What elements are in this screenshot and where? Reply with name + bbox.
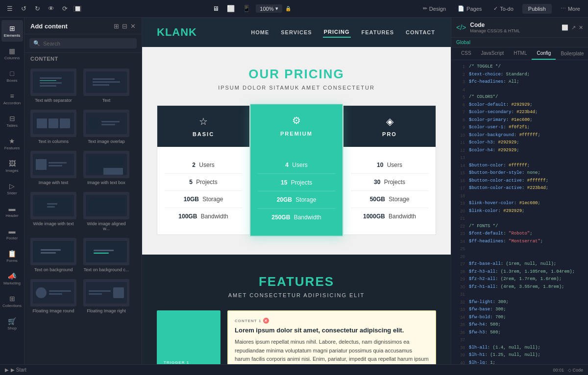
preview-icon[interactable]: 👁 [46, 4, 56, 14]
code-line: 2$text-choice: Standard; [451, 71, 588, 79]
list-item[interactable]: Text image overlap [81, 108, 131, 146]
pricing-card-premium[interactable]: ⚙ PREMIUM 4 Users 15 Projects 20GB Stora… [250, 104, 343, 236]
canvas-area[interactable]: KLANK HOME SERVICES PRICING FEATURES CON… [142, 18, 451, 364]
mobile-view-button[interactable]: 📱 [240, 3, 253, 14]
todo-button[interactable]: ✓ To-do [490, 4, 516, 13]
trigger-btn-benefits[interactable]: Trigger 1 BENEFITS ✕ [157, 310, 220, 364]
search-input-wrap: 🔍 [29, 38, 137, 48]
pro-plan-icon: ◈ [353, 116, 426, 127]
tab-css[interactable]: CSS [456, 47, 476, 60]
undo-button[interactable]: ↺ [19, 4, 28, 14]
lock-icon[interactable]: 🔒 [285, 6, 291, 11]
code-line: 27$fz-base-all: (1rem, null, null); [451, 260, 588, 268]
bottom-bar-right: 00:01 ◇ Code [553, 368, 583, 373]
list-item[interactable]: Floating Image round [28, 277, 78, 315]
sidebar-item-elements[interactable]: ⊞ Elements [1, 20, 23, 42]
sidebar-item-collections[interactable]: ⊞ Collections [1, 290, 23, 312]
publish-button[interactable]: Publish [522, 4, 552, 14]
tab-boilerplate[interactable]: Boilerplate [556, 49, 588, 58]
chevron-icon: ▾ [275, 5, 278, 12]
zoom-value: 100% [260, 6, 273, 12]
sidebar-item-shop[interactable]: 🛒 Shop [1, 313, 23, 334]
design-button[interactable]: ✏ Design [420, 4, 449, 13]
code-line: 22/* FONTS */ [451, 223, 588, 231]
list-item[interactable]: Image with text [28, 149, 78, 187]
sidebar-item-boxes[interactable]: □ Boxes [1, 65, 23, 87]
tab-html[interactable]: HTML [509, 47, 532, 60]
nav-link-home[interactable]: HOME [250, 27, 270, 37]
sidebar-item-columns[interactable]: ▦ Columns [1, 43, 23, 64]
list-item[interactable]: Text with separator [28, 67, 78, 105]
list-item[interactable]: Wide image with text [28, 190, 78, 233]
feature-row: 30 Projects [351, 174, 428, 191]
list-item[interactable]: Text [81, 67, 131, 105]
list-item[interactable]: Text on background [28, 236, 78, 274]
time-display: 00:01 [553, 368, 564, 373]
grid-view-icon[interactable]: ⊞ [114, 23, 119, 30]
play-icon: ▶ [5, 367, 9, 373]
forms-icon: 📋 [8, 250, 16, 258]
sidebar-item-footer[interactable]: ▬ Footer [1, 223, 23, 244]
list-item[interactable]: Text in columns [28, 108, 78, 146]
close-panel-icon[interactable]: ✕ [130, 23, 136, 30]
zoom-selector[interactable]: 100% ▾ [256, 4, 282, 13]
tablet-view-button[interactable]: ⬜ [224, 3, 237, 14]
features-subtitle: AMET CONSECTETUR ADIPISICING ELIT [157, 292, 436, 298]
list-item[interactable]: Image with text box [81, 149, 131, 187]
code-panel-header: </> Code Manage CSS/JS & HTML ⬜ ↗ ✕ [451, 18, 588, 38]
expand-icon[interactable]: ⬜ [562, 24, 568, 31]
list-item[interactable]: Text on background c... [81, 236, 131, 274]
nav-link-pricing[interactable]: PRICING [323, 27, 351, 38]
close-code-panel-icon[interactable]: ✕ [579, 24, 583, 31]
hamburger-icon[interactable]: ☰ [5, 4, 15, 14]
nav-link-features[interactable]: FEATURES [361, 27, 395, 37]
list-item[interactable]: Wide image aligned w... [81, 190, 131, 233]
search-icon: 🔍 [33, 40, 40, 47]
code-line: 20$link-color: #292929; [451, 208, 588, 215]
sidebar-item-forms[interactable]: 📋 Forms [1, 245, 23, 267]
elements-icon: ⊞ [9, 24, 15, 32]
code-panel-header-left: </> Code Manage CSS/JS & HTML [456, 22, 520, 33]
refresh-icon[interactable]: ⟳ [60, 4, 70, 14]
redo-button[interactable]: ↻ [32, 4, 42, 14]
more-button[interactable]: ⋯ More [558, 4, 583, 13]
nav-link-services[interactable]: SERVICES [280, 27, 313, 37]
feature-row-benefits: Trigger 1 BENEFITS ✕ Content 1 ✕ [157, 310, 436, 364]
features-title: FEATURES [157, 274, 436, 289]
tab-javascript[interactable]: JavaScript [476, 47, 509, 60]
start-button[interactable]: ▶ ▶ Start [5, 367, 26, 373]
code-shortcut[interactable]: ◇ Code [568, 368, 583, 373]
sidebar-item-tables[interactable]: ⊟ Tables [1, 110, 23, 132]
code-editor[interactable]: 1/* TOGGLE */ 2$text-choice: Standard; 3… [451, 60, 588, 364]
search-input[interactable] [43, 41, 133, 47]
pricing-card-basic[interactable]: ☆ BASIC 2 Users 5 Projects 10GB Storage … [157, 105, 250, 235]
trigger-close-icon[interactable]: ✕ [208, 363, 214, 364]
sidebar-item-images[interactable]: 🖼 Images [1, 155, 23, 177]
topbar-left: ☰ ↺ ↻ 👁 ⟳ ⬜ [5, 4, 81, 14]
sidebar-item-slider[interactable]: ▷ Slider [1, 178, 23, 199]
element-label: Text with separator [35, 98, 72, 103]
pricing-card-pro[interactable]: ◈ PRO 10 Users 30 Projects 50GB Storage … [343, 105, 436, 235]
basic-features: 2 Users 5 Projects 10GB Storage 100GB Ba… [157, 147, 249, 234]
code-line: 39$lh-h1: (1.25, null, null); [451, 352, 588, 359]
list-view-icon[interactable]: ⊟ [122, 23, 127, 30]
features-section: FEATURES AMET CONSECTETUR ADIPISICING EL… [142, 255, 451, 364]
list-item[interactable]: Floating Image right [81, 277, 131, 315]
sidebar-item-header[interactable]: ▬ Header [1, 200, 23, 222]
sidebar-item-marketing[interactable]: 📣 Marketing [1, 268, 23, 289]
marketing-icon: 📣 [8, 272, 16, 280]
code-line: 4 [451, 86, 588, 94]
sidebar-item-features[interactable]: ★ Features [1, 133, 23, 154]
pages-button[interactable]: 📄 Pages [455, 4, 485, 13]
element-thumb [30, 192, 76, 219]
tab-config[interactable]: Config [532, 47, 556, 60]
content-close-button[interactable]: ✕ [263, 318, 269, 324]
desktop-view-button[interactable]: 🖥 [210, 3, 221, 14]
collections-icon: ⊞ [9, 295, 15, 303]
feature-row: 50GB Storage [351, 191, 428, 208]
site-navbar: KLANK HOME SERVICES PRICING FEATURES CON… [142, 18, 451, 47]
nav-link-contact[interactable]: CONTACT [405, 27, 436, 37]
sidebar-item-accordion[interactable]: ≡ Accordion [1, 88, 23, 109]
popout-icon[interactable]: ↗ [571, 24, 576, 31]
frame-icon[interactable]: ⬜ [74, 6, 81, 12]
